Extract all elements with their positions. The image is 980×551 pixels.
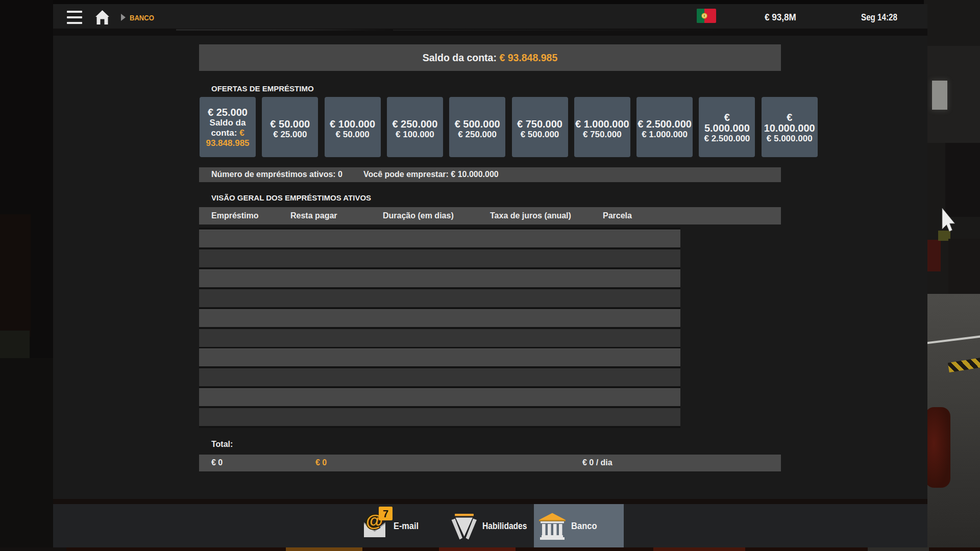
svg-text:7: 7 (383, 508, 388, 519)
